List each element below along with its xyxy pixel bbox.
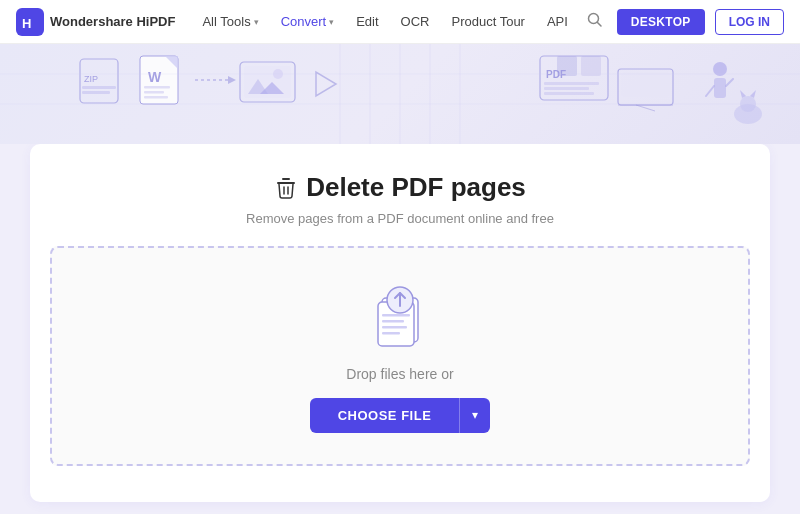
choose-file-area: CHOOSE FILE ▾ (310, 398, 491, 433)
nav-item-edit[interactable]: Edit (347, 9, 387, 34)
svg-rect-28 (618, 69, 673, 105)
svg-text:ZIP: ZIP (84, 74, 98, 84)
login-button[interactable]: LOG IN (715, 9, 784, 35)
banner-decoration: ZIP W PDF (0, 44, 800, 144)
page-subtitle: Remove pages from a PDF document online … (50, 211, 750, 226)
svg-rect-29 (621, 72, 670, 97)
upload-illustration (360, 280, 440, 350)
svg-rect-13 (144, 96, 168, 99)
svg-marker-19 (260, 82, 284, 94)
svg-rect-21 (540, 56, 608, 100)
nav-item-api[interactable]: API (538, 9, 577, 34)
nav-item-convert[interactable]: Convert ▾ (272, 9, 344, 34)
svg-line-35 (726, 79, 733, 86)
main-card: Delete PDF pages Remove pages from a PDF… (30, 144, 770, 502)
logo-area[interactable]: H Wondershare HiPDF (16, 8, 175, 36)
svg-marker-18 (248, 79, 268, 94)
svg-marker-15 (228, 76, 236, 84)
main-content: Delete PDF pages Remove pages from a PDF… (0, 144, 800, 514)
svg-rect-11 (144, 86, 170, 89)
navbar: H Wondershare HiPDF All Tools ▾ Convert … (0, 0, 800, 44)
logo-icon: H (16, 8, 44, 36)
svg-rect-12 (144, 91, 164, 94)
desktop-button[interactable]: DESKTOP (617, 9, 705, 35)
svg-rect-23 (544, 82, 599, 85)
chevron-down-icon: ▾ (472, 408, 478, 422)
svg-marker-47 (316, 72, 336, 96)
svg-text:W: W (148, 69, 162, 85)
svg-rect-59 (382, 320, 404, 323)
nav-item-alltools[interactable]: All Tools ▾ (193, 9, 267, 34)
svg-marker-38 (740, 90, 746, 98)
brand-name: Wondershare HiPDF (50, 14, 175, 29)
svg-rect-49 (282, 178, 290, 180)
svg-point-37 (740, 96, 756, 112)
nav-right: DESKTOP LOG IN (583, 8, 784, 36)
chevron-down-icon: ▾ (254, 17, 259, 27)
svg-point-36 (734, 104, 762, 124)
svg-rect-6 (82, 86, 116, 89)
svg-point-20 (273, 69, 283, 79)
svg-text:PDF: PDF (546, 69, 566, 80)
svg-rect-61 (382, 332, 400, 335)
svg-line-34 (706, 86, 714, 96)
search-icon[interactable] (583, 8, 607, 36)
svg-marker-39 (750, 90, 756, 98)
svg-rect-25 (544, 92, 594, 95)
svg-rect-7 (82, 91, 110, 94)
svg-rect-27 (581, 56, 601, 76)
svg-line-3 (597, 22, 601, 26)
svg-marker-9 (165, 56, 178, 69)
svg-rect-58 (382, 314, 410, 317)
drop-zone[interactable]: Drop files here or CHOOSE FILE ▾ (50, 246, 750, 466)
page-title: Delete PDF pages (50, 172, 750, 203)
drop-text: Drop files here or (346, 366, 453, 382)
trash-icon (274, 176, 298, 200)
svg-rect-4 (80, 59, 118, 103)
svg-point-32 (713, 62, 727, 76)
svg-rect-33 (714, 78, 726, 98)
page-title-area: Delete PDF pages (50, 172, 750, 203)
svg-rect-60 (382, 326, 407, 329)
svg-rect-17 (244, 66, 291, 98)
svg-rect-48 (277, 182, 295, 184)
svg-text:H: H (22, 16, 31, 31)
svg-rect-26 (557, 56, 577, 76)
nav-item-producttour[interactable]: Product Tour (442, 9, 533, 34)
nav-links: All Tools ▾ Convert ▾ Edit OCR Product T… (193, 9, 582, 34)
chevron-down-icon: ▾ (329, 17, 334, 27)
svg-rect-16 (240, 62, 295, 102)
nav-item-ocr[interactable]: OCR (392, 9, 439, 34)
svg-rect-24 (544, 87, 589, 90)
choose-file-dropdown-button[interactable]: ▾ (459, 398, 490, 433)
hero-banner: ZIP W PDF (0, 44, 800, 144)
svg-rect-8 (140, 56, 178, 104)
choose-file-button[interactable]: CHOOSE FILE (310, 398, 460, 433)
svg-line-31 (636, 105, 655, 111)
